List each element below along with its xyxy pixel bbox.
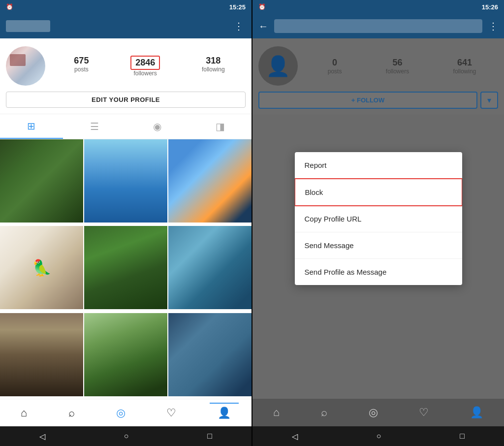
followers-count: 2846 bbox=[130, 56, 160, 70]
recent-button[interactable]: □ bbox=[207, 432, 212, 441]
right-system-nav: ◁ ○ □ bbox=[252, 426, 504, 446]
location-icon: ◉ bbox=[153, 121, 161, 132]
popup-item-send-profile[interactable]: Send Profile as Message bbox=[295, 259, 462, 285]
photo-8[interactable] bbox=[84, 313, 167, 396]
left-screen: ⏰ 15:25 ⋮ 675 posts 2846 followers bbox=[0, 0, 252, 446]
posts-count: 675 bbox=[74, 56, 89, 66]
profile-top: 675 posts 2846 followers 318 following bbox=[6, 46, 246, 86]
posts-label: posts bbox=[74, 66, 89, 73]
stat-posts: 675 posts bbox=[74, 56, 89, 77]
right-recent-button[interactable]: □ bbox=[460, 432, 465, 441]
popup-item-report[interactable]: Report bbox=[295, 152, 462, 179]
left-status-bar: ⏰ 15:25 bbox=[0, 0, 252, 14]
right-time: 15:26 bbox=[482, 3, 498, 11]
popup-overlay[interactable]: Report Block Copy Profile URL Send Messa… bbox=[252, 38, 504, 399]
left-app-bar: ⋮ bbox=[0, 14, 252, 38]
right-nav-profile[interactable]: 👤 bbox=[462, 403, 491, 422]
left-time: 15:25 bbox=[229, 3, 246, 11]
tab-location[interactable]: ◉ bbox=[126, 114, 189, 139]
search-icon: ⌕ bbox=[68, 407, 75, 419]
photo-2[interactable] bbox=[84, 139, 167, 223]
tab-tagged[interactable]: ◨ bbox=[189, 114, 252, 139]
tab-list[interactable]: ☰ bbox=[63, 114, 126, 139]
edit-profile-button[interactable]: EDIT YOUR PROFILE bbox=[6, 92, 246, 108]
nav-profile[interactable]: 👤 bbox=[210, 403, 239, 422]
username-bar bbox=[274, 19, 482, 33]
camera-icon: ◎ bbox=[116, 407, 126, 419]
right-home-button[interactable]: ○ bbox=[377, 432, 381, 441]
right-status-bar: ⏰ 15:26 bbox=[252, 0, 504, 14]
right-app-bar: ← ⋮ bbox=[252, 14, 504, 38]
avatar-image bbox=[6, 46, 45, 86]
right-home-icon: ⌂ bbox=[273, 406, 280, 419]
right-bottom-nav: ⌂ ⌕ ◎ ♡ 👤 bbox=[252, 399, 504, 426]
nav-heart[interactable]: ♡ bbox=[158, 404, 184, 422]
right-profile-icon: 👤 bbox=[470, 406, 483, 419]
back-button[interactable]: ◁ bbox=[39, 432, 45, 441]
nav-search[interactable]: ⌕ bbox=[61, 404, 83, 422]
right-nav-heart[interactable]: ♡ bbox=[411, 403, 437, 422]
left-system-nav: ◁ ○ □ bbox=[0, 426, 252, 446]
right-more-icon[interactable]: ⋮ bbox=[488, 20, 498, 32]
grid-icon: ⊞ bbox=[27, 120, 35, 132]
following-label: following bbox=[202, 66, 225, 73]
photo-3[interactable] bbox=[168, 139, 252, 223]
right-back-button[interactable]: ◁ bbox=[292, 432, 298, 441]
home-button[interactable]: ○ bbox=[124, 432, 129, 441]
right-heart-icon: ♡ bbox=[419, 406, 429, 419]
popup-item-send-message[interactable]: Send Message bbox=[295, 232, 462, 259]
back-icon[interactable]: ← bbox=[258, 21, 268, 32]
right-search-icon: ⌕ bbox=[321, 406, 327, 419]
following-count: 318 bbox=[202, 56, 225, 66]
popup-item-copy-url[interactable]: Copy Profile URL bbox=[295, 206, 462, 232]
tabs-bar: ⊞ ☰ ◉ ◨ bbox=[0, 114, 252, 139]
right-content: 👤 0 posts 56 followers 641 following bbox=[252, 38, 504, 399]
home-icon: ⌂ bbox=[21, 407, 27, 419]
popup-menu: Report Block Copy Profile URL Send Messa… bbox=[295, 152, 462, 285]
left-status-icons-left: ⏰ bbox=[6, 3, 13, 10]
right-alarm-icon: ⏰ bbox=[258, 3, 266, 10]
photo-9[interactable] bbox=[168, 313, 252, 396]
profile-section: 675 posts 2846 followers 318 following E… bbox=[0, 38, 252, 114]
followers-label: followers bbox=[130, 70, 160, 77]
alarm-icon: ⏰ bbox=[6, 3, 13, 10]
photo-4[interactable] bbox=[0, 226, 83, 309]
photo-1[interactable] bbox=[0, 139, 83, 223]
more-icon[interactable]: ⋮ bbox=[232, 18, 246, 34]
right-camera-icon: ◎ bbox=[369, 406, 378, 419]
right-nav-home[interactable]: ⌂ bbox=[265, 403, 287, 422]
profile-icon: 👤 bbox=[218, 407, 231, 419]
profile-stats: 675 posts 2846 followers 318 following bbox=[53, 56, 246, 77]
nav-home[interactable]: ⌂ bbox=[13, 404, 35, 422]
left-bottom-nav: ⌂ ⌕ ◎ ♡ 👤 bbox=[0, 399, 252, 426]
stat-followers[interactable]: 2846 followers bbox=[130, 56, 160, 77]
tab-grid[interactable]: ⊞ bbox=[0, 114, 63, 139]
instagram-logo bbox=[6, 20, 50, 32]
right-screen: ⏰ 15:26 ← ⋮ 👤 0 posts 56 bbox=[252, 0, 504, 446]
popup-item-block[interactable]: Block bbox=[295, 178, 462, 206]
heart-icon: ♡ bbox=[166, 407, 176, 419]
tagged-icon: ◨ bbox=[216, 121, 225, 132]
list-icon: ☰ bbox=[90, 121, 99, 132]
stat-following[interactable]: 318 following bbox=[202, 56, 225, 77]
avatar bbox=[6, 46, 45, 86]
right-nav-search[interactable]: ⌕ bbox=[313, 403, 335, 422]
right-status-icons: ⏰ bbox=[258, 3, 266, 10]
photo-5[interactable] bbox=[84, 226, 167, 309]
nav-camera[interactable]: ◎ bbox=[108, 404, 133, 422]
right-nav-camera[interactable]: ◎ bbox=[361, 403, 386, 422]
photo-grid bbox=[0, 139, 252, 399]
photo-7[interactable] bbox=[0, 313, 83, 396]
photo-6[interactable] bbox=[168, 226, 252, 309]
